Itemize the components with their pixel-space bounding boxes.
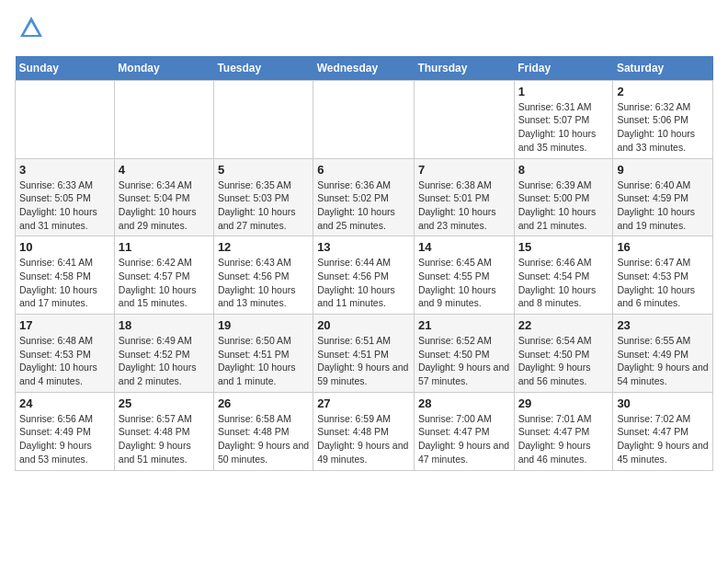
weekday-header: Sunday	[16, 56, 115, 81]
calendar-cell: 11Sunrise: 6:42 AM Sunset: 4:57 PM Dayli…	[114, 236, 213, 315]
day-number: 2	[617, 85, 709, 98]
calendar-cell	[213, 80, 313, 158]
day-info: Sunrise: 6:38 AM Sunset: 5:01 PM Dayligh…	[418, 178, 510, 233]
calendar-cell	[313, 80, 415, 158]
day-number: 16	[617, 240, 709, 254]
calendar-cell: 18Sunrise: 6:49 AM Sunset: 4:52 PM Dayli…	[114, 315, 213, 393]
day-info: Sunrise: 7:01 AM Sunset: 4:47 PM Dayligh…	[518, 412, 609, 466]
day-info: Sunrise: 6:50 AM Sunset: 4:51 PM Dayligh…	[218, 334, 309, 388]
calendar-week-row: 3Sunrise: 6:33 AM Sunset: 5:05 PM Daylig…	[16, 158, 713, 236]
day-info: Sunrise: 6:33 AM Sunset: 5:05 PM Dayligh…	[19, 178, 110, 233]
calendar-cell: 26Sunrise: 6:58 AM Sunset: 4:48 PM Dayli…	[213, 392, 313, 470]
day-info: Sunrise: 6:55 AM Sunset: 4:49 PM Dayligh…	[617, 334, 709, 388]
calendar-cell: 8Sunrise: 6:39 AM Sunset: 5:00 PM Daylig…	[514, 158, 613, 236]
day-info: Sunrise: 6:51 AM Sunset: 4:51 PM Dayligh…	[317, 334, 410, 388]
calendar-cell: 1Sunrise: 6:31 AM Sunset: 5:07 PM Daylig…	[514, 80, 613, 158]
weekday-header: Thursday	[414, 56, 514, 81]
day-info: Sunrise: 6:34 AM Sunset: 5:04 PM Dayligh…	[119, 178, 210, 233]
page-header	[15, 15, 713, 45]
day-number: 10	[19, 240, 110, 254]
day-info: Sunrise: 6:56 AM Sunset: 4:49 PM Dayligh…	[19, 412, 110, 466]
calendar-cell: 20Sunrise: 6:51 AM Sunset: 4:51 PM Dayli…	[313, 315, 415, 393]
day-info: Sunrise: 6:54 AM Sunset: 4:50 PM Dayligh…	[518, 334, 609, 388]
day-number: 29	[518, 396, 609, 410]
calendar-cell: 25Sunrise: 6:57 AM Sunset: 4:48 PM Dayli…	[114, 392, 213, 470]
day-info: Sunrise: 6:47 AM Sunset: 4:53 PM Dayligh…	[617, 256, 709, 310]
calendar-cell: 16Sunrise: 6:47 AM Sunset: 4:53 PM Dayli…	[613, 236, 713, 315]
day-number: 9	[617, 163, 709, 177]
day-number: 23	[617, 318, 709, 332]
calendar-cell: 3Sunrise: 6:33 AM Sunset: 5:05 PM Daylig…	[16, 158, 115, 236]
calendar-cell: 7Sunrise: 6:38 AM Sunset: 5:01 PM Daylig…	[414, 158, 514, 236]
day-number: 7	[418, 163, 510, 177]
day-info: Sunrise: 6:41 AM Sunset: 4:58 PM Dayligh…	[19, 256, 110, 310]
day-number: 5	[218, 163, 309, 177]
calendar-week-row: 10Sunrise: 6:41 AM Sunset: 4:58 PM Dayli…	[16, 236, 713, 315]
day-info: Sunrise: 6:45 AM Sunset: 4:55 PM Dayligh…	[418, 256, 510, 310]
calendar-cell: 22Sunrise: 6:54 AM Sunset: 4:50 PM Dayli…	[514, 315, 613, 393]
day-number: 19	[218, 318, 309, 332]
logo	[15, 15, 44, 45]
weekday-header: Wednesday	[313, 56, 415, 81]
calendar-cell: 10Sunrise: 6:41 AM Sunset: 4:58 PM Dayli…	[16, 236, 115, 315]
calendar-cell: 14Sunrise: 6:45 AM Sunset: 4:55 PM Dayli…	[414, 236, 514, 315]
day-number: 17	[19, 318, 110, 332]
day-info: Sunrise: 6:59 AM Sunset: 4:48 PM Dayligh…	[317, 412, 410, 466]
calendar-week-row: 24Sunrise: 6:56 AM Sunset: 4:49 PM Dayli…	[16, 392, 713, 470]
logo-icon	[18, 15, 44, 40]
weekday-header: Friday	[514, 56, 613, 81]
day-info: Sunrise: 6:36 AM Sunset: 5:02 PM Dayligh…	[317, 178, 410, 233]
day-number: 3	[19, 163, 110, 177]
calendar-cell: 24Sunrise: 6:56 AM Sunset: 4:49 PM Dayli…	[16, 392, 115, 470]
day-info: Sunrise: 6:52 AM Sunset: 4:50 PM Dayligh…	[418, 334, 510, 388]
day-number: 1	[518, 85, 609, 98]
calendar-week-row: 17Sunrise: 6:48 AM Sunset: 4:53 PM Dayli…	[16, 315, 713, 393]
calendar-table: SundayMondayTuesdayWednesdayThursdayFrid…	[15, 56, 713, 471]
calendar-cell: 13Sunrise: 6:44 AM Sunset: 4:56 PM Dayli…	[313, 236, 415, 315]
day-info: Sunrise: 6:40 AM Sunset: 4:59 PM Dayligh…	[617, 178, 709, 233]
day-number: 25	[119, 396, 210, 410]
day-info: Sunrise: 6:43 AM Sunset: 4:56 PM Dayligh…	[218, 256, 309, 310]
day-number: 22	[518, 318, 609, 332]
day-number: 18	[119, 318, 210, 332]
calendar-cell: 28Sunrise: 7:00 AM Sunset: 4:47 PM Dayli…	[414, 392, 514, 470]
day-info: Sunrise: 6:44 AM Sunset: 4:56 PM Dayligh…	[317, 256, 410, 310]
day-number: 8	[518, 163, 609, 177]
day-number: 21	[418, 318, 510, 332]
day-info: Sunrise: 6:31 AM Sunset: 5:07 PM Dayligh…	[518, 100, 609, 155]
calendar-cell: 12Sunrise: 6:43 AM Sunset: 4:56 PM Dayli…	[213, 236, 313, 315]
day-number: 27	[317, 396, 410, 410]
day-number: 11	[119, 240, 210, 254]
calendar-cell	[414, 80, 514, 158]
weekday-header: Monday	[114, 56, 213, 81]
calendar-week-row: 1Sunrise: 6:31 AM Sunset: 5:07 PM Daylig…	[16, 80, 713, 158]
day-number: 15	[518, 240, 609, 254]
calendar-cell: 2Sunrise: 6:32 AM Sunset: 5:06 PM Daylig…	[613, 80, 713, 158]
calendar-cell: 19Sunrise: 6:50 AM Sunset: 4:51 PM Dayli…	[213, 315, 313, 393]
day-info: Sunrise: 7:00 AM Sunset: 4:47 PM Dayligh…	[418, 412, 510, 466]
day-number: 12	[218, 240, 309, 254]
day-number: 28	[418, 396, 510, 410]
calendar-header-row: SundayMondayTuesdayWednesdayThursdayFrid…	[16, 56, 713, 81]
day-info: Sunrise: 6:58 AM Sunset: 4:48 PM Dayligh…	[218, 412, 309, 466]
weekday-header: Tuesday	[213, 56, 313, 81]
calendar-cell: 6Sunrise: 6:36 AM Sunset: 5:02 PM Daylig…	[313, 158, 415, 236]
calendar-cell: 4Sunrise: 6:34 AM Sunset: 5:04 PM Daylig…	[114, 158, 213, 236]
day-number: 13	[317, 240, 410, 254]
day-info: Sunrise: 7:02 AM Sunset: 4:47 PM Dayligh…	[617, 412, 709, 466]
calendar-cell	[114, 80, 213, 158]
calendar-cell: 30Sunrise: 7:02 AM Sunset: 4:47 PM Dayli…	[613, 392, 713, 470]
day-number: 24	[19, 396, 110, 410]
day-info: Sunrise: 6:57 AM Sunset: 4:48 PM Dayligh…	[119, 412, 210, 466]
day-info: Sunrise: 6:49 AM Sunset: 4:52 PM Dayligh…	[119, 334, 210, 388]
day-info: Sunrise: 6:48 AM Sunset: 4:53 PM Dayligh…	[19, 334, 110, 388]
calendar-cell: 27Sunrise: 6:59 AM Sunset: 4:48 PM Dayli…	[313, 392, 415, 470]
day-info: Sunrise: 6:32 AM Sunset: 5:06 PM Dayligh…	[617, 100, 709, 155]
calendar-cell: 5Sunrise: 6:35 AM Sunset: 5:03 PM Daylig…	[213, 158, 313, 236]
day-number: 20	[317, 318, 410, 332]
day-number: 4	[119, 163, 210, 177]
day-number: 30	[617, 396, 709, 410]
calendar-cell: 15Sunrise: 6:46 AM Sunset: 4:54 PM Dayli…	[514, 236, 613, 315]
calendar-cell: 9Sunrise: 6:40 AM Sunset: 4:59 PM Daylig…	[613, 158, 713, 236]
calendar-cell	[16, 80, 115, 158]
